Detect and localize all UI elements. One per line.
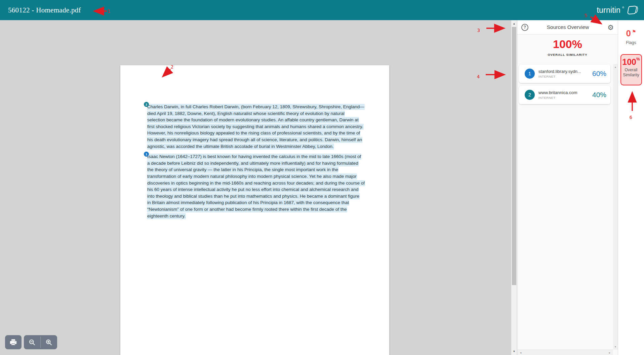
source-number-badge: 1 [525, 69, 535, 79]
document-page: 2 Charles Darwin, in full Charles Robert… [120, 65, 389, 355]
source-meta: www.britannica.com INTERNET [538, 90, 592, 100]
zoom-out-button[interactable] [24, 335, 40, 349]
panel-scroll-right-arrow[interactable]: ▸ [607, 350, 612, 355]
flags-block[interactable]: 0 ⚑ Flags [618, 29, 644, 45]
scrollbar-up-arrow[interactable]: ▲ [511, 21, 517, 27]
help-icon[interactable]: ? [521, 24, 528, 31]
overall-similarity-label: OVERALL SIMILARITY [517, 53, 618, 56]
app-header: 560122 - Homemade.pdf turnitin® [0, 0, 644, 20]
overall-similarity-badge[interactable]: 100% Overall Similarity [620, 54, 642, 85]
overall-similarity-score: 100% [517, 38, 618, 50]
brand-wordmark: turnitin [597, 6, 620, 15]
document-text-line: eighteenth century. [147, 213, 379, 220]
matched-text-block[interactable]: Charles Darwin, in full Charles Robert D… [147, 104, 379, 150]
paragraph-darwin: 2 Charles Darwin, in full Charles Robert… [147, 104, 379, 150]
document-text-line: a decade before Leibniz did so independe… [147, 160, 379, 167]
document-text-line: into theology and biblical studies than … [147, 193, 379, 200]
panel-scroll-left-arrow[interactable]: ◂ [518, 350, 523, 355]
similarity-label-line2: Similarity [621, 73, 641, 78]
document-text: 2 Charles Darwin, in full Charles Robert… [147, 104, 379, 223]
source-number-badge: 2 [525, 90, 535, 100]
panel-horizontal-scrollbar[interactable]: ◂ ▸ [517, 350, 613, 355]
document-text-line: his 60 years of intense intellectual act… [147, 186, 379, 193]
similarity-percent-sign: % [636, 57, 640, 62]
document-viewport: 2 Charles Darwin, in full Charles Robert… [0, 20, 511, 355]
source-percent: 60% [592, 70, 606, 78]
scrollbar-thumb[interactable] [512, 27, 516, 285]
turnitin-flag-icon [626, 5, 638, 15]
settings-gear-icon[interactable]: ⚙ [607, 24, 614, 31]
document-text-line: However, his nonreligious biology appeal… [147, 130, 379, 136]
sources-panel-header: ? Sources Overview ⚙ [517, 20, 618, 35]
document-text-line: “Newtonianism” of one form or another ha… [147, 206, 379, 213]
paragraph-newton: 1 Isaac Newton (1642–1727) is best known… [147, 153, 379, 219]
viewer-toolbar [5, 335, 57, 349]
document-text-line: transformation of early modern natural p… [147, 173, 379, 180]
panel-scrollbar[interactable]: ▲ ▼ [613, 64, 618, 350]
source-percent: 40% [592, 91, 606, 99]
summary-rail: 0 ⚑ Flags 100% Overall Similarity [618, 20, 644, 355]
zoom-controls [24, 335, 57, 349]
sources-panel-title: Sources Overview [528, 24, 607, 30]
panel-scroll-down-arrow[interactable]: ▼ [613, 344, 618, 349]
zoom-in-icon [45, 339, 52, 346]
similarity-value: 100 [622, 57, 636, 67]
registered-mark: ® [622, 6, 624, 9]
flags-count: 0 [626, 29, 631, 38]
document-text-line: first shocked religious Victorian societ… [147, 123, 379, 130]
scrollbar-down-arrow[interactable]: ▼ [511, 349, 517, 354]
source-list: 1 stanford.library.sydn... INTERNET 60% … [517, 64, 618, 104]
print-button[interactable] [5, 335, 22, 349]
source-meta: stanford.library.sydn... INTERNET [538, 69, 592, 78]
turnitin-viewer: 560122 - Homemade.pdf turnitin® 2 Charle… [0, 0, 644, 355]
source-match-badge-2[interactable]: 2 [144, 102, 149, 107]
document-text-line: died April 19, 1882, Downe, Kent), Engli… [147, 110, 379, 117]
document-text-line: agnostic, was accorded the ultimate Brit… [147, 143, 379, 150]
document-text-line: Isaac Newton (1642–1727) is best known f… [147, 153, 379, 160]
matched-text-block[interactable]: Isaac Newton (1642–1727) is best known f… [147, 153, 379, 219]
document-text-line: in Britain almost immediately following … [147, 199, 379, 206]
similarity-label-line1: Overall [621, 68, 641, 73]
flag-icon: ⚑ [632, 29, 636, 34]
source-name: stanford.library.sydn... [538, 69, 592, 74]
flags-label: Flags [618, 40, 644, 45]
document-text-line: Charles Darwin, in full Charles Robert D… [147, 104, 379, 110]
source-type: INTERNET [538, 96, 592, 100]
turnitin-logo: turnitin® [597, 5, 638, 15]
source-card-1[interactable]: 1 stanford.library.sydn... INTERNET 60% [519, 65, 610, 83]
document-scrollbar[interactable]: ▲ ▼ [511, 20, 517, 355]
document-text-line: selection became the foundation of moder… [147, 117, 379, 123]
document-text-line: his death evolutionary imagery had sprea… [147, 136, 379, 143]
source-name: www.britannica.com [538, 90, 592, 95]
document-text-line: the theory of universal gravity — the la… [147, 166, 379, 173]
overall-similarity-block: 100% OVERALL SIMILARITY [517, 35, 618, 56]
source-card-2[interactable]: 2 www.britannica.com INTERNET 40% [519, 86, 610, 104]
zoom-out-icon [29, 339, 36, 346]
zoom-in-button[interactable] [41, 335, 57, 349]
panel-scroll-up-arrow[interactable]: ▲ [613, 65, 618, 69]
document-text-line: discoveries in optics beginning in the m… [147, 180, 379, 187]
document-title: 560122 - Homemade.pdf [8, 6, 81, 14]
sources-overview-panel: ? Sources Overview ⚙ 100% OVERALL SIMILA… [517, 20, 618, 355]
print-icon [9, 339, 17, 346]
source-type: INTERNET [538, 75, 592, 78]
